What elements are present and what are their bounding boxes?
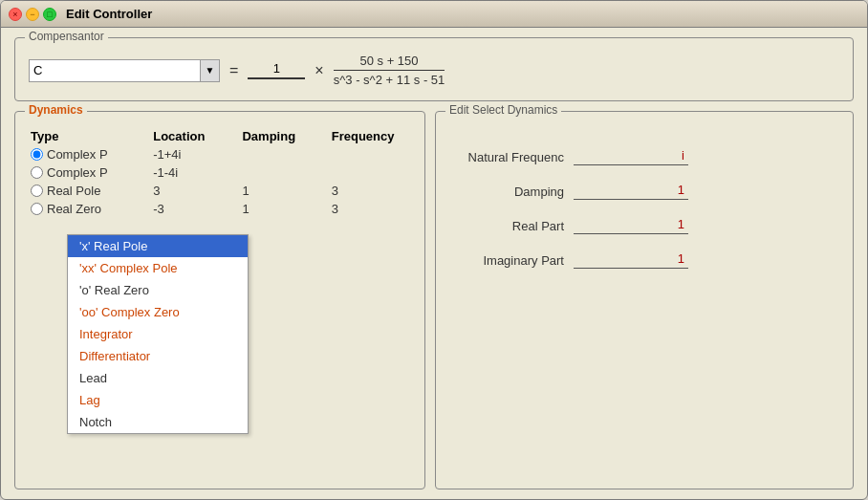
field-row-nat-freq: Natural Frequenc xyxy=(449,148,839,165)
table-row: Complex P -1+4i xyxy=(25,145,415,163)
compensator-dropdown-arrow[interactable]: ▼ xyxy=(201,59,220,82)
edit-fields: Natural Frequenc Damping Real Part Imagi… xyxy=(449,148,839,269)
content-area: Compensantor ▼ = 1 × 50 s + 150 s^3 - s^… xyxy=(1,28,867,499)
damping-label: Damping xyxy=(449,185,564,199)
row2-location: -1-4i xyxy=(147,163,236,182)
row1-damping xyxy=(236,145,325,163)
imag-part-label: Imaginary Part xyxy=(449,253,564,268)
dynamics-table: Type Location Damping Frequency Complex … xyxy=(25,127,415,218)
close-button[interactable]: × xyxy=(9,8,22,21)
compensator-section: Compensantor ▼ = 1 × 50 s + 150 s^3 - s^… xyxy=(14,37,854,101)
real-part-label: Real Part xyxy=(449,219,564,233)
row1-radio[interactable] xyxy=(31,148,43,161)
compensator-dropdown[interactable]: ▼ xyxy=(29,59,220,82)
tf-denominator: s^3 - s^2 + 11 s - 51 xyxy=(334,71,445,87)
dropdown-item-lag[interactable]: Lag xyxy=(68,389,248,411)
row1-frequency xyxy=(326,145,415,163)
lower-row: Dynamics Type Location Damping Frequency… xyxy=(14,111,854,489)
dropdown-item-notch[interactable]: Notch xyxy=(68,411,248,433)
dropdown-item-complex-pole[interactable]: 'xx' Complex Pole xyxy=(68,257,248,279)
field-row-damping: Damping xyxy=(449,183,839,200)
row1-type: Complex P xyxy=(47,147,108,162)
row3-frequency: 3 xyxy=(326,182,415,200)
tf-numerator: 50 s + 150 xyxy=(359,54,418,70)
imag-part-input[interactable] xyxy=(574,251,688,269)
col-header-frequency: Frequency xyxy=(326,127,415,145)
damping-input[interactable] xyxy=(574,183,688,200)
dropdown-item-real-zero[interactable]: 'o' Real Zero xyxy=(68,279,248,301)
row4-radio[interactable] xyxy=(31,203,43,215)
row2-frequency xyxy=(326,163,415,182)
dropdown-item-lead[interactable]: Lead xyxy=(68,367,248,389)
row1-location: -1+4i xyxy=(147,145,236,163)
field-row-real-part: Real Part xyxy=(449,217,839,234)
table-row: Real Zero -3 1 3 xyxy=(25,200,415,218)
row4-type: Real Zero xyxy=(47,202,101,216)
row3-radio[interactable] xyxy=(31,185,43,197)
dropdown-item-real-pole[interactable]: 'x' Real Pole xyxy=(68,235,248,257)
window-controls: × − □ xyxy=(9,8,56,21)
row2-type: Complex P xyxy=(47,165,108,180)
dropdown-item-complex-zero[interactable]: 'oo' Complex Zero xyxy=(68,301,248,323)
row2-radio[interactable] xyxy=(31,166,43,179)
compensator-row: ▼ = 1 × 50 s + 150 s^3 - s^2 + 11 s - 51 xyxy=(29,54,839,87)
title-bar: × − □ Edit Controller xyxy=(1,1,867,28)
table-row: Real Pole 3 1 3 xyxy=(25,182,415,200)
row4-damping: 1 xyxy=(236,200,325,218)
row4-location: -3 xyxy=(147,200,236,218)
row4-frequency: 3 xyxy=(326,200,415,218)
dynamics-section: Dynamics Type Location Damping Frequency… xyxy=(14,111,425,489)
compensator-input[interactable] xyxy=(29,59,201,82)
dropdown-menu: 'x' Real Pole 'xx' Complex Pole 'o' Real… xyxy=(67,234,249,434)
maximize-button[interactable]: □ xyxy=(43,8,56,21)
window-title: Edit Controller xyxy=(66,7,152,21)
dropdown-item-differentiator[interactable]: Differentiator xyxy=(68,345,248,367)
nat-freq-input[interactable] xyxy=(574,148,688,165)
col-header-location: Location xyxy=(147,127,236,145)
edit-dynamics-label: Edit Select Dynamics xyxy=(445,103,561,117)
col-header-damping: Damping xyxy=(236,127,325,145)
transfer-function: 50 s + 150 s^3 - s^2 + 11 s - 51 xyxy=(334,54,445,87)
edit-dynamics-section: Edit Select Dynamics Natural Frequenc Da… xyxy=(435,111,854,489)
times-sign: × xyxy=(315,62,323,79)
col-header-type: Type xyxy=(25,127,147,145)
row3-damping: 1 xyxy=(236,182,325,200)
field-row-imag-part: Imaginary Part xyxy=(449,251,839,269)
row3-location: 3 xyxy=(147,182,236,200)
main-window: × − □ Edit Controller Compensantor ▼ = 1… xyxy=(0,0,868,500)
dropdown-item-integrator[interactable]: Integrator xyxy=(68,323,248,345)
minimize-button[interactable]: − xyxy=(26,8,39,21)
row2-damping xyxy=(236,163,325,182)
dynamics-label: Dynamics xyxy=(25,103,87,117)
equals-sign: = xyxy=(229,62,238,79)
nat-freq-label: Natural Frequenc xyxy=(449,150,564,164)
compensator-label: Compensantor xyxy=(25,30,108,43)
real-part-input[interactable] xyxy=(574,217,688,234)
row3-type: Real Pole xyxy=(47,184,100,198)
table-row: Complex P -1-4i xyxy=(25,163,415,182)
numerator-value: 1 xyxy=(248,61,305,79)
